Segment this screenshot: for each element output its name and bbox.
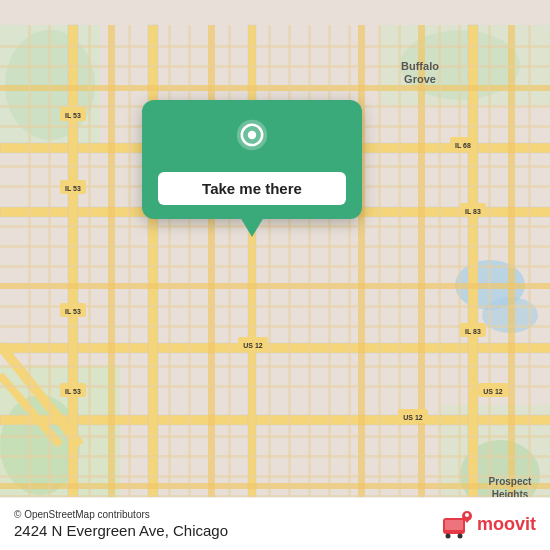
svg-text:Prospect: Prospect — [489, 476, 532, 487]
svg-rect-25 — [418, 25, 425, 525]
svg-rect-42 — [0, 435, 550, 438]
svg-rect-14 — [0, 415, 550, 425]
svg-text:IL 83: IL 83 — [465, 208, 481, 215]
svg-rect-49 — [128, 25, 131, 525]
svg-rect-30 — [0, 65, 550, 68]
svg-point-97 — [445, 534, 450, 539]
bottom-left: © OpenStreetMap contributors 2424 N Ever… — [14, 509, 228, 539]
bottom-bar: © OpenStreetMap contributors 2424 N Ever… — [0, 497, 550, 550]
svg-rect-61 — [458, 25, 461, 525]
svg-rect-20 — [0, 283, 550, 289]
svg-rect-48 — [88, 25, 91, 525]
svg-text:Grove: Grove — [404, 73, 436, 85]
svg-rect-46 — [28, 25, 31, 525]
moovit-text: moovit — [477, 514, 536, 535]
svg-rect-26 — [508, 25, 515, 525]
svg-rect-35 — [0, 225, 550, 228]
moovit-icon — [441, 508, 473, 540]
svg-rect-60 — [438, 25, 441, 525]
svg-point-98 — [457, 534, 462, 539]
svg-text:IL 53: IL 53 — [65, 185, 81, 192]
svg-text:Buffalo: Buffalo — [401, 60, 439, 72]
svg-rect-59 — [398, 25, 401, 525]
svg-rect-18 — [468, 25, 478, 525]
svg-rect-13 — [0, 343, 550, 353]
svg-point-100 — [465, 513, 469, 517]
svg-rect-58 — [378, 25, 381, 525]
svg-rect-63 — [528, 25, 531, 525]
take-me-there-button[interactable]: Take me there — [158, 172, 346, 205]
svg-rect-37 — [0, 265, 550, 268]
svg-rect-15 — [68, 25, 78, 525]
svg-rect-96 — [445, 520, 463, 530]
map-container: IL 68 IL 68 IL 68 IL 53 IL 53 IL 53 IL 5… — [0, 0, 550, 550]
svg-point-94 — [248, 131, 256, 139]
moovit-logo: moovit — [441, 508, 536, 540]
svg-rect-62 — [488, 25, 491, 525]
svg-text:IL 68: IL 68 — [455, 142, 471, 149]
svg-text:IL 53: IL 53 — [65, 308, 81, 315]
svg-rect-44 — [0, 475, 550, 478]
svg-text:US 12: US 12 — [403, 414, 423, 421]
svg-text:US 12: US 12 — [243, 342, 263, 349]
svg-text:US 12: US 12 — [483, 388, 503, 395]
svg-rect-24 — [358, 25, 365, 525]
map-background: IL 68 IL 68 IL 68 IL 53 IL 53 IL 53 IL 5… — [0, 0, 550, 550]
svg-rect-36 — [0, 245, 550, 248]
svg-rect-29 — [0, 45, 550, 48]
address-text: 2424 N Evergreen Ave, Chicago — [14, 522, 228, 539]
svg-text:IL 83: IL 83 — [465, 328, 481, 335]
svg-text:IL 53: IL 53 — [65, 112, 81, 119]
svg-rect-40 — [0, 365, 550, 368]
osm-attribution: © OpenStreetMap contributors — [14, 509, 228, 520]
svg-rect-47 — [48, 25, 51, 525]
svg-rect-22 — [108, 25, 115, 525]
svg-rect-21 — [0, 483, 550, 489]
location-pin-icon — [230, 118, 274, 162]
svg-text:IL 53: IL 53 — [65, 388, 81, 395]
svg-rect-43 — [0, 455, 550, 458]
svg-rect-19 — [0, 85, 550, 91]
map-popup: Take me there — [142, 100, 362, 219]
